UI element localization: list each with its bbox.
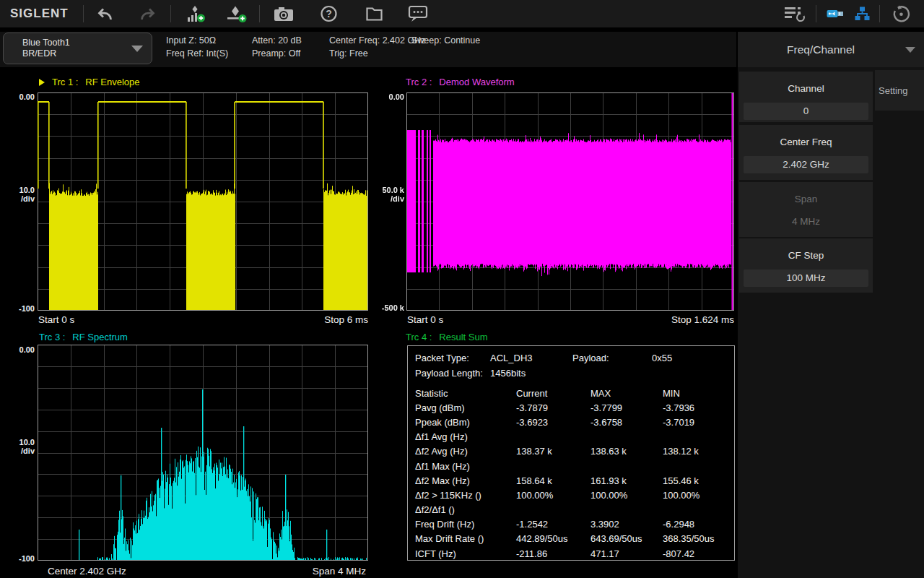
- sidebar: Freq/Channel Channel 0 Center Freq 2.402…: [736, 32, 924, 578]
- trc2-y-div: 50.0 k: [365, 186, 404, 194]
- redo-icon: [138, 5, 157, 22]
- trc1-x-start: Start 0 s: [38, 314, 74, 325]
- help-icon: ?: [319, 4, 339, 23]
- menu-item-channel[interactable]: Channel 0: [739, 72, 873, 122]
- undo-button[interactable]: [92, 1, 118, 26]
- history-icon: [892, 4, 911, 23]
- table-cell: -6.2948: [663, 519, 734, 530]
- brand-logo: SIGLENT: [10, 7, 69, 21]
- trace4-name: Result Sum: [439, 332, 487, 342]
- result-gap: [415, 381, 734, 386]
- history-button[interactable]: [889, 1, 914, 26]
- trace3-name: RF Spectrum: [72, 332, 128, 342]
- span-value: 4 MHz: [744, 213, 868, 230]
- table-cell: -211.86: [516, 548, 590, 559]
- table-cell: -3.6758: [590, 417, 663, 428]
- status-input-z: Input Z: 50Ω Freq Ref: Int(S): [166, 34, 228, 60]
- channel-value[interactable]: 0: [744, 103, 868, 120]
- toolbar-separator: [816, 5, 816, 22]
- app-window: SIGLENT: [0, 0, 924, 578]
- table-cell: -1.2542: [516, 519, 590, 530]
- table-row: Δf1 Avg (Hz): [415, 430, 734, 444]
- usb-icon: [827, 7, 844, 20]
- rf-spectrum-plot[interactable]: [38, 345, 368, 561]
- trace1-name: RF Envelope: [85, 77, 139, 87]
- menu-item-cf-step[interactable]: CF Step 100 MHz: [739, 238, 873, 293]
- usb-status-icon[interactable]: [824, 1, 847, 26]
- table-cell: 471.17: [590, 548, 663, 559]
- trc2-x-start: Start 0 s: [407, 314, 443, 325]
- message-button[interactable]: [404, 1, 432, 26]
- toolbar-separator: [259, 5, 260, 22]
- tab-setting[interactable]: Setting: [875, 70, 924, 111]
- table-cell: Δf2 > 115KHz (): [415, 490, 516, 501]
- table-cell: 1456bits: [490, 368, 572, 379]
- column-header: MIN: [663, 388, 734, 399]
- trc1-y-unit: /div: [0, 194, 35, 203]
- table-cell: 3.3902: [590, 519, 663, 530]
- trc2-y-bottom: -500 k: [365, 303, 404, 312]
- trace1-label: Trc 1 :: [52, 77, 78, 87]
- table-cell: 100.00%: [590, 490, 663, 501]
- menu-item-center-freq[interactable]: Center Freq 2.402 GHz: [739, 125, 873, 180]
- toolbar-separator: [879, 5, 880, 22]
- table-cell: Payload:: [572, 353, 652, 363]
- result-sum-panel[interactable]: Packet Type:ACL_DH3Payload:0x55Payload L…: [407, 345, 735, 561]
- trc3-y-top: 0.00: [0, 345, 35, 354]
- screenshot-button[interactable]: [270, 1, 297, 26]
- trace2-header[interactable]: Trc 2 : Demod Waveform: [406, 77, 515, 87]
- menu-item-span: Span 4 MHz: [739, 182, 873, 237]
- trc1-y-div: 10.0: [0, 186, 35, 194]
- table-row: Max Drift Rate ()442.89/50us643.69/50us3…: [415, 532, 734, 546]
- mode-select-dropdown[interactable]: Blue Tooth1 BR/EDR: [3, 33, 152, 64]
- add-trace-icon: [186, 4, 206, 23]
- trace1-header[interactable]: Trc 1 : RF Envelope: [39, 77, 140, 87]
- help-button[interactable]: ?: [316, 1, 341, 26]
- center-freq-value[interactable]: 2.402 GHz: [744, 156, 868, 173]
- column-header: Current: [516, 388, 590, 399]
- table-cell: -3.7799: [590, 402, 663, 413]
- table-cell: Δf1 Avg (Hz): [415, 431, 516, 442]
- table-row: ICFT (Hz)-211.86471.17-807.42: [415, 546, 734, 561]
- trace2-label: Trc 2 :: [406, 77, 432, 87]
- sidebar-menu-title[interactable]: Freq/Channel: [738, 32, 924, 67]
- demod-waveform-plot[interactable]: [406, 92, 734, 311]
- table-row: Δf2 Max (Hz)158.64 k161.93 k155.46 k: [415, 473, 734, 488]
- trace3-label: Trc 3 :: [39, 332, 65, 342]
- table-cell: 138.37 k: [516, 446, 590, 457]
- column-header: MAX: [590, 388, 663, 399]
- toolbar-separator: [83, 5, 84, 22]
- table-cell: 0x55: [652, 353, 734, 363]
- table-cell: -3.6923: [516, 417, 590, 428]
- chat-icon: [407, 4, 429, 23]
- result-info: Packet Type:ACL_DH3Payload:0x55Payload L…: [415, 350, 734, 381]
- file-button[interactable]: [362, 1, 387, 26]
- table-row: Δf2/Δf1 (): [415, 503, 734, 517]
- trace4-header[interactable]: Trc 4 : Result Sum: [406, 332, 488, 342]
- toolbar-separator: [170, 5, 171, 22]
- add-marker-button[interactable]: [223, 1, 250, 26]
- active-trace-marker-icon: [39, 79, 45, 86]
- table-cell: Δf2 Max (Hz): [415, 475, 516, 486]
- redo-button[interactable]: [135, 1, 160, 26]
- toolbar: SIGLENT: [0, 0, 924, 27]
- rf-envelope-plot[interactable]: [38, 92, 368, 311]
- status-bar: Blue Tooth1 BR/EDR Input Z: 50Ω Freq Ref…: [0, 32, 736, 67]
- table-cell: 158.64 k: [516, 475, 590, 486]
- table-cell: Pavg (dBm): [415, 402, 516, 413]
- cf-step-value[interactable]: 100 MHz: [744, 269, 868, 287]
- trc3-y-unit: /div: [0, 447, 35, 455]
- chevron-down-icon: [905, 47, 915, 53]
- table-cell: Δf2 Avg (Hz): [415, 446, 516, 457]
- preset-list-icon: [783, 4, 807, 24]
- table-row: Pavg (dBm)-3.7879-3.7799-3.7936: [415, 400, 734, 415]
- trc3-x-span: Span 4 MHz: [274, 566, 366, 577]
- add-trace-button[interactable]: [183, 1, 209, 26]
- preset-list-button[interactable]: [780, 1, 810, 26]
- table-cell: -3.7879: [516, 402, 590, 413]
- trace3-header[interactable]: Trc 3 : RF Spectrum: [39, 332, 128, 342]
- table-cell: 100.00%: [516, 490, 590, 501]
- lan-status-icon[interactable]: [851, 1, 873, 26]
- trc3-x-center: Center 2.402 GHz: [48, 566, 126, 577]
- trc2-x-stop: Stop 1.624 ms: [635, 314, 734, 325]
